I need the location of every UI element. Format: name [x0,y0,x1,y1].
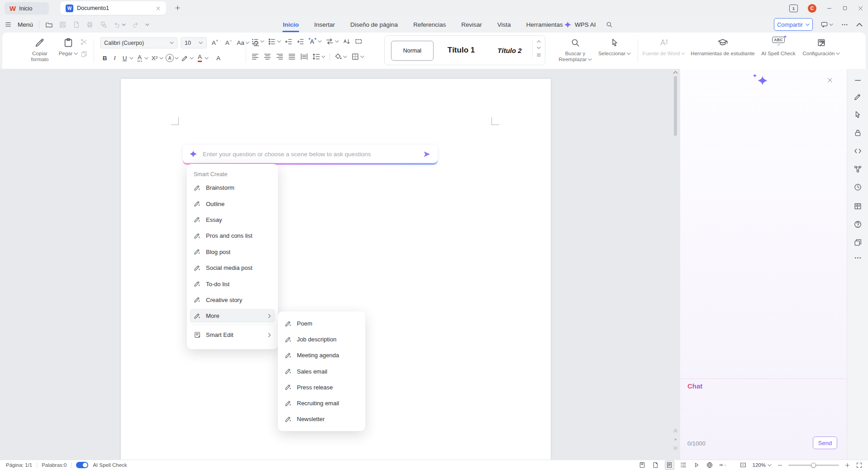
new-tab-button[interactable] [174,5,181,13]
decrease-indent-icon[interactable] [285,38,293,46]
text-wrap-button[interactable] [325,37,339,46]
text-direction-button[interactable] [308,37,322,46]
account-avatar[interactable]: C [808,4,816,13]
submenu-item-press-release[interactable]: Press release [278,379,365,395]
sort-icon[interactable] [343,38,351,46]
character-shading-button[interactable]: A [215,53,222,63]
word-source-button[interactable]: Fuente de Word [641,36,687,57]
zoom-out-icon[interactable] [777,462,783,468]
submenu-item-newsletter[interactable]: Newsletter [278,411,365,427]
menu-item-smart-edit[interactable]: Smart Edit [187,327,278,343]
style-titulo-1[interactable]: Título 1 [438,41,484,60]
zoom-slider-thumb[interactable] [811,463,816,468]
menu-item-more[interactable]: More [190,309,275,323]
italic-button[interactable]: I [111,53,119,63]
fullscreen-icon[interactable] [856,462,863,469]
find-replace-button[interactable]: Buscar y Reemplazar [557,36,593,62]
tab-inicio[interactable]: Inicio [275,16,306,33]
align-center-icon[interactable] [263,53,272,61]
tab-revisar[interactable]: Revisar [453,16,490,33]
chat-send-button[interactable]: Send [813,436,837,449]
change-case-button[interactable]: Aa [237,38,249,48]
align-left-icon[interactable] [251,53,259,61]
underline-button[interactable]: U [121,53,134,63]
menu-item-todo-list[interactable]: To-do list [187,276,278,292]
wps-ai-button[interactable]: WPS AI [564,16,613,33]
browse-object-icon[interactable] [672,436,678,442]
previous-page-icon[interactable] [672,428,678,434]
shading-button[interactable] [334,53,347,61]
highlight-button[interactable] [181,54,194,62]
align-right-icon[interactable] [276,53,284,61]
font-family-select[interactable]: Calibri (Cuerpo) [100,37,178,48]
ai-spell-check-button[interactable]: ABC AI Spell Check [759,36,798,57]
submenu-item-sales-email[interactable]: Sales email [278,364,365,379]
submenu-item-job-description[interactable]: Job description [278,331,365,347]
annotate-pen-icon[interactable] [854,92,862,101]
bullet-list-button[interactable] [251,38,264,46]
style-normal[interactable]: Normal [391,41,434,61]
flowchart-icon[interactable] [854,165,862,173]
open-file-icon[interactable] [45,21,53,29]
distribute-icon[interactable] [300,53,308,61]
tab-insertar[interactable]: Insertar [306,16,343,33]
select-tool-icon[interactable] [854,110,862,119]
duplicate-icon[interactable] [854,238,862,247]
comments-button[interactable] [820,21,833,29]
submenu-item-meeting-agenda[interactable]: Meeting agenda [278,347,365,363]
slideshow-button[interactable] [693,461,701,469]
send-arrow-icon[interactable] [423,150,431,158]
settings-button[interactable]: Configuración [799,36,844,57]
print-preview-icon[interactable] [100,21,107,29]
menu-item-creative-story[interactable]: Creative story [187,292,278,308]
more-tools-icon[interactable] [854,254,862,262]
export-pdf-icon[interactable] [72,21,80,29]
help-icon[interactable] [854,220,862,229]
justify-icon[interactable] [288,53,296,61]
increase-font-button[interactable]: A+ [210,39,220,46]
collapse-strip-icon[interactable] [854,76,862,85]
outline-view-button[interactable] [680,461,687,469]
menu-item-pros-cons[interactable]: Pros and cons list [187,228,278,244]
zoom-slider[interactable] [788,465,839,466]
styles-more-icon[interactable] [536,53,541,58]
paste-button[interactable]: Pegar [57,36,80,57]
font-size-select[interactable]: 10 [181,37,207,48]
borders-button[interactable] [351,53,364,61]
bold-button[interactable]: B [101,53,109,63]
character-border-button[interactable]: A [166,54,179,62]
undo-icon[interactable] [113,21,121,29]
tab-herramientas[interactable]: Herramientas [519,16,571,33]
styles-down-icon[interactable] [537,46,541,49]
more-options-icon[interactable] [841,21,849,29]
export-view-button[interactable] [652,461,659,469]
styles-up-icon[interactable] [537,40,541,43]
save-icon[interactable] [59,21,67,29]
share-button[interactable]: Compartir [774,18,813,31]
lock-icon[interactable] [854,129,862,137]
print-icon[interactable] [86,21,94,29]
show-marks-icon[interactable] [354,37,363,46]
source-code-icon[interactable] [854,147,862,155]
ai-question-input[interactable] [202,150,418,158]
home-tab[interactable]: W Inicio [5,2,49,14]
redo-icon[interactable] [132,21,139,29]
superscript-button[interactable]: X² [151,53,163,63]
undo-dropdown-icon[interactable] [122,23,126,26]
quickbar-customize-icon[interactable] [145,23,149,26]
menu-item-social-media-post[interactable]: Social media post [187,260,278,276]
minimize-window-icon[interactable] [826,5,832,11]
select-button[interactable]: Seleccionar [595,36,634,57]
format-painter-button[interactable]: Copiar formato [25,36,55,62]
tab-vista[interactable]: Vista [490,16,519,33]
chat-input-area[interactable] [680,379,847,434]
copy-icon[interactable] [80,50,88,58]
tab-referencias[interactable]: Referencias [405,16,453,33]
web-layout-button[interactable] [706,461,714,469]
search-icon[interactable] [606,21,613,28]
vertical-scrollbar-thumb[interactable] [674,76,677,136]
strikethrough-button[interactable]: A [136,53,148,63]
line-spacing-button[interactable] [312,53,325,61]
close-panel-icon[interactable] [827,77,833,83]
menu-item-blog-post[interactable]: Blog post [187,244,278,260]
